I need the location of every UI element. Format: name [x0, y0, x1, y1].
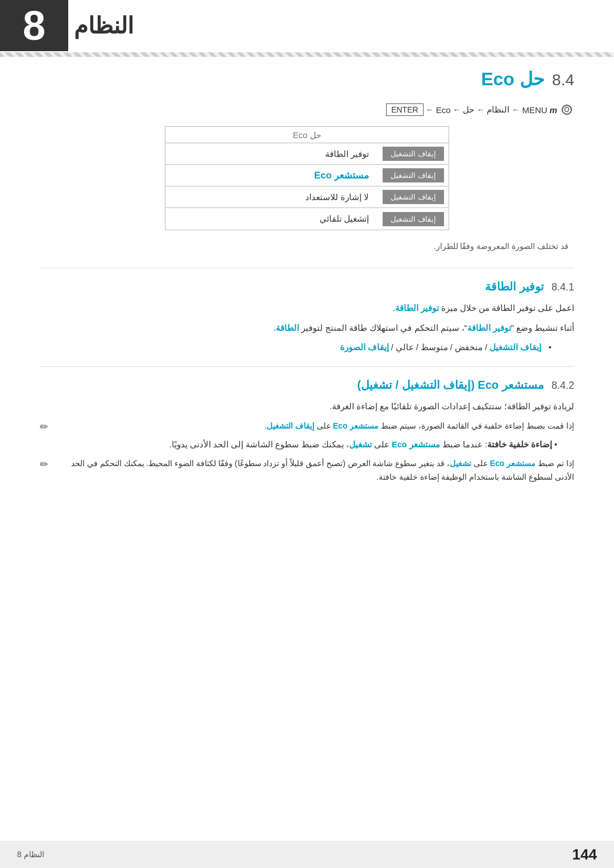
subsection-heading-842: 8.4.2 مستشعر Eco (إيقاف التشغيل / تشغيل): [40, 378, 574, 392]
section-title-84: حل Eco: [481, 69, 545, 89]
eco-label-3: إتشغيل تلقائي: [165, 210, 378, 227]
eco-menu-row-3: إيقاف التشغيل إتشغيل تلقائي: [165, 208, 449, 230]
highlight-842-0: مستشعر Eco: [333, 421, 379, 430]
arrow4: ←: [512, 105, 520, 114]
divider-2: [40, 366, 574, 367]
highlight-842-4: مستشعر Eco: [490, 459, 536, 468]
menu-path-o: O: [562, 105, 572, 115]
bold-842-0: إضاءة خلفية: [484, 421, 524, 430]
bold-842-2: إضاءة خلفية خافتة: [379, 472, 439, 481]
section-heading-84: 8.4 حل Eco: [40, 68, 574, 90]
eco-btn-3[interactable]: إيقاف التشغيل: [383, 212, 444, 226]
menu-path: ENTER ← Eco ← حل ← النظام ← MENU m O: [40, 103, 574, 116]
eco-btn-0[interactable]: إيقاف التشغيل: [383, 147, 444, 161]
eco-menu-row-2: إيقاف التشغيل لا إشارة للاستعداد: [165, 186, 449, 208]
subsection-heading-841: 8.4.1 توفير الطاقة: [40, 280, 574, 293]
note-row-842-2: إذا تم ضبط مستشعر Eco على تشغيل، قد يتغي…: [40, 457, 574, 484]
highlight-842-2: مستشعر Eco: [392, 440, 440, 449]
note-body-842-0: إذا قمت بضبط إضاءة خلفية في القائمة الصو…: [53, 420, 574, 433]
chapter-stripe: [0, 52, 614, 57]
footer: 144 النظام 8: [0, 841, 614, 868]
eco-menu-container: حل Eco إيقاف التشغيل توفير الطاقة إيقاف …: [165, 126, 449, 230]
eco-menu-row-0: إيقاف التشغيل توفير الطاقة: [165, 143, 449, 165]
arrow3: ←: [476, 105, 484, 114]
body-842-intro: لزيادة توفير الطاقة؛ ستتكيف إعدادات الصو…: [40, 400, 574, 414]
bullet-list-841: إيقاف التشغيل / منخفض / متوسط / عالي / إ…: [40, 340, 551, 355]
sub-title-841: توفير الطاقة: [485, 280, 544, 293]
menu-path-eco: Eco: [436, 105, 451, 115]
eco-btn-1[interactable]: إيقاف التشغيل: [383, 168, 444, 182]
note-body-842-1: • إضاءة خلفية خافتة: عندما ضبط مستشعر Ec…: [40, 438, 574, 452]
highlight-841-2: الطاقة: [276, 323, 299, 333]
page-content: 8.4 حل Eco ENTER ← Eco ← حل ← النظام ← M…: [0, 0, 614, 523]
highlight-841-1: توفير الطاقة: [467, 323, 511, 333]
bold-842-1: إضاءة خلفية خافتة: [487, 440, 552, 449]
menu-path-m: m: [550, 105, 557, 115]
menu-path-solve: حل: [463, 105, 474, 115]
chapter-box: 8: [0, 0, 68, 51]
chapter-number: 8: [23, 5, 45, 46]
pencil-icon-2: ✏: [40, 458, 48, 471]
note-text: قد تختلف الصورة المعروضة وفقًا للطراز.: [40, 242, 574, 251]
menu-path-enter-box: ENTER: [386, 103, 423, 116]
arrow1: ←: [426, 105, 434, 114]
menu-path-system: النظام: [487, 105, 509, 115]
menu-path-menu-label: MENU: [522, 105, 547, 115]
highlight-bullet-1: إيقاف الصورة: [340, 343, 389, 352]
sub-num-841: 8.4.1: [551, 281, 574, 293]
arrow2: ←: [453, 105, 460, 114]
highlight-842-1: إيقاف التشغيل: [267, 421, 314, 430]
highlight-842-3: تشغيل: [349, 440, 372, 449]
chapter-header: 8 النظام: [0, 0, 614, 57]
eco-label-0: توفير الطاقة: [165, 146, 378, 163]
sub-num-842: 8.4.2: [551, 380, 574, 391]
footer-page-num: 144: [572, 846, 597, 863]
highlight-bullet-0: إيقاف التشغيل: [489, 343, 541, 352]
footer-chapter-label: النظام 8: [17, 850, 44, 859]
eco-menu-title: حل Eco: [165, 127, 449, 143]
chapter-title: النظام: [74, 13, 134, 39]
eco-label-2: لا إشارة للاستعداد: [165, 189, 378, 206]
eco-menu-row-1: إيقاف التشغيل مستشعر Eco: [165, 165, 449, 186]
divider-1: [40, 268, 574, 268]
pencil-icon-0: ✏: [40, 421, 48, 433]
section-num-84: 8.4: [552, 71, 574, 89]
sub-title-842: مستشعر Eco (إيقاف التشغيل / تشغيل): [357, 379, 544, 391]
enter-box: ENTER: [386, 103, 423, 116]
bullet-item-841: إيقاف التشغيل / منخفض / متوسط / عالي / إ…: [40, 340, 551, 355]
body-841-0: اعمل على توفير الطاقة من خلال ميزة توفير…: [40, 301, 574, 315]
highlight-841-0: توفير الطاقة: [395, 304, 439, 313]
eco-label-1: مستشعر Eco: [165, 166, 378, 185]
note-row-842-0: إذا قمت بضبط إضاءة خلفية في القائمة الصو…: [40, 420, 574, 433]
highlight-842-5: تشغيل: [450, 459, 471, 468]
eco-btn-2[interactable]: إيقاف التشغيل: [383, 190, 444, 204]
note-body-842-2: إذا تم ضبط مستشعر Eco على تشغيل، قد يتغي…: [53, 457, 574, 484]
body-841-1: أثناء تنشيط وضع "توفير الطاقة"، سيتم الت…: [40, 321, 574, 335]
